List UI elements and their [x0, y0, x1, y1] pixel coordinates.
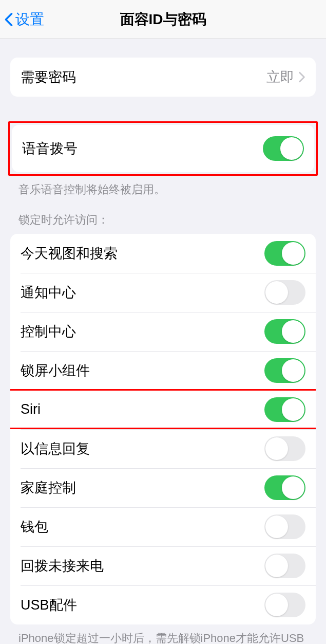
toggle-knob [265, 516, 288, 538]
toggle-knob [265, 594, 288, 616]
locked-access-row: 家庭控制 [10, 468, 316, 507]
locked-access-label: 今天视图和搜索 [21, 244, 264, 263]
locked-access-row: USB配件 [10, 585, 316, 624]
locked-access-label: 以信息回复 [21, 439, 264, 458]
toggle-knob [265, 555, 288, 577]
require-passcode-row[interactable]: 需要密码 立即 [10, 58, 316, 97]
locked-access-label: 控制中心 [21, 322, 264, 341]
voice-dial-footer: 音乐语音控制将始终被启用。 [0, 176, 326, 198]
chevron-right-icon [298, 71, 305, 83]
toggle-knob [282, 242, 304, 265]
locked-access-toggle[interactable] [264, 280, 305, 305]
toggle-knob [282, 359, 304, 382]
locked-access-row: 回拨未接来电 [10, 546, 316, 585]
locked-access-row: 钱包 [10, 507, 316, 546]
voice-dial-row: 语音拨号 [12, 125, 314, 172]
toggle-knob [282, 398, 304, 421]
locked-access-toggle[interactable] [264, 358, 305, 383]
locked-access-header: 锁定时允许访问： [0, 198, 326, 234]
passcode-group: 需要密码 立即 [10, 58, 316, 97]
locked-access-row: 锁屏小组件 [10, 351, 316, 390]
navigation-header: 设置 面容ID与密码 [0, 0, 326, 39]
locked-access-label: 锁屏小组件 [21, 361, 264, 380]
locked-access-toggle[interactable] [264, 397, 305, 422]
locked-access-row: 控制中心 [10, 312, 316, 351]
toggle-knob [282, 476, 304, 499]
locked-access-toggle[interactable] [264, 436, 305, 461]
back-label: 设置 [15, 10, 44, 29]
voice-dial-toggle[interactable] [263, 136, 304, 161]
locked-access-label: USB配件 [21, 596, 264, 614]
locked-access-label: 通知中心 [21, 283, 264, 302]
locked-access-label: 家庭控制 [21, 479, 264, 497]
toggle-knob [280, 137, 303, 160]
locked-access-toggle[interactable] [264, 475, 305, 500]
locked-access-label: 回拨未接来电 [21, 557, 264, 575]
locked-access-row: 以信息回复 [10, 429, 316, 468]
toggle-knob [265, 437, 288, 460]
locked-access-row: Siri [10, 390, 316, 429]
locked-access-label: Siri [21, 401, 264, 417]
chevron-left-icon [4, 12, 13, 27]
locked-access-row: 通知中心 [10, 273, 316, 312]
voice-dial-group: 语音拨号 [12, 125, 314, 172]
page-title: 面容ID与密码 [0, 10, 326, 29]
locked-access-footer: iPhone锁定超过一小时后，需先解锁iPhone才能允许USB配件连接。 [0, 624, 326, 644]
back-button[interactable]: 设置 [4, 10, 44, 29]
toggle-knob [265, 281, 288, 304]
locked-access-toggle[interactable] [264, 319, 305, 344]
locked-access-group: 今天视图和搜索通知中心控制中心锁屏小组件Siri以信息回复家庭控制钱包回拨未接来… [10, 234, 316, 624]
require-passcode-value: 立即 [266, 68, 294, 86]
locked-access-toggle[interactable] [264, 593, 305, 617]
locked-access-toggle[interactable] [264, 514, 305, 539]
require-passcode-label: 需要密码 [21, 68, 266, 86]
locked-access-toggle[interactable] [264, 554, 305, 578]
locked-access-label: 钱包 [21, 518, 264, 536]
highlight-voice-dial: 语音拨号 [8, 121, 318, 176]
locked-access-toggle[interactable] [264, 241, 305, 266]
toggle-knob [282, 320, 304, 343]
locked-access-row: 今天视图和搜索 [10, 234, 316, 273]
voice-dial-label: 语音拨号 [22, 139, 263, 158]
